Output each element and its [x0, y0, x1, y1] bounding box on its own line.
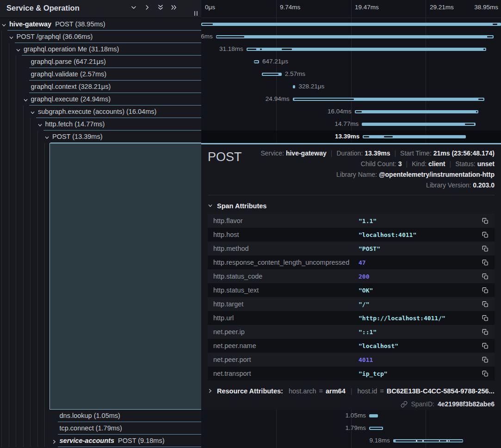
span-duration-label: 16.04ms: [328, 108, 352, 115]
span-duration-label: 1.79ms: [346, 424, 366, 432]
indent-guide: [37, 131, 38, 143]
indent-guide: [16, 422, 16, 435]
span-bar[interactable]: [363, 135, 466, 138]
copy-value-button[interactable]: [480, 285, 491, 296]
double-chevron-right-icon[interactable]: [171, 4, 177, 11]
service-name: service-accounts: [60, 437, 114, 444]
chevron-down-icon[interactable]: [30, 109, 36, 114]
copy-value-button[interactable]: [480, 271, 491, 282]
copy-value-button[interactable]: [480, 354, 491, 365]
meta-value: unset: [477, 160, 495, 168]
span-tree-cell[interactable]: graphql.parse (647.21μs): [0, 56, 201, 68]
copy-value-button[interactable]: [480, 299, 491, 310]
double-chevron-down-icon[interactable]: [157, 4, 164, 11]
span-detail-header: POST Service: hive-gateway|Duration: 13.…: [208, 148, 495, 191]
attribute-value: "ip_tcp": [359, 370, 480, 377]
column-resize-handle[interactable]: [193, 10, 198, 17]
span-tree-cell[interactable]: graphql.execute (24.94ms): [0, 93, 201, 106]
span-tree-cell[interactable]: graphql.validate (2.57ms): [0, 68, 201, 81]
child-span-mark: [282, 49, 292, 50]
meta-label: Duration:: [336, 149, 363, 157]
span-duration-label: 328.21μs: [298, 83, 324, 90]
span-row[interactable]: dns.lookup (1.05ms)1.05ms: [0, 410, 501, 422]
chevron-right-icon[interactable]: [144, 4, 150, 11]
copy-value-button[interactable]: [480, 215, 491, 226]
attribute-row: http.url"http://localhost:4011/": [208, 311, 495, 325]
span-tree-cell[interactable]: POST /graphql (36.06ms): [0, 31, 201, 43]
gap-mark: [422, 440, 424, 442]
span-row[interactable]: POST /graphql (36.06ms)36.06ms: [0, 31, 501, 43]
chevron-down-icon: [208, 203, 213, 209]
chevron-down-icon[interactable]: [16, 46, 21, 52]
span-bar[interactable]: [216, 35, 494, 38]
span-tree-cell[interactable]: dns.lookup (1.05ms): [0, 410, 201, 422]
span-row[interactable]: graphql.operation Me (31.18ms)31.18ms: [0, 43, 501, 56]
chevron-right-icon[interactable]: [52, 438, 57, 443]
resource-key: host.id: [358, 387, 377, 395]
indent-guide: [37, 422, 38, 435]
span-track: 36.06ms: [201, 31, 501, 43]
child-span-mark: [263, 74, 278, 75]
span-row[interactable]: subgraph.execute (accounts) (16.04ms)16.…: [0, 106, 501, 118]
copy-value-button[interactable]: [480, 257, 491, 268]
attribute-value: "::1": [359, 329, 480, 336]
span-attributes-section-header[interactable]: Span Attributes: [208, 202, 495, 210]
indent-guide: [44, 143, 45, 410]
span-bar[interactable]: [355, 110, 478, 113]
chevron-down-icon[interactable]: [130, 4, 137, 11]
child-span-mark: [260, 49, 262, 50]
copy-value-button[interactable]: [480, 368, 491, 379]
resource-attributes-row[interactable]: Resource Attributes: host.arch=arm64|hos…: [208, 387, 495, 395]
span-tree-cell[interactable]: POST (13.39ms): [0, 131, 201, 143]
attribute-key: http.status_text: [213, 286, 359, 294]
attribute-row: http.target"/": [208, 297, 495, 311]
span-bar[interactable]: [369, 414, 378, 417]
span-tree-cell[interactable]: http.fetch (14.77ms): [0, 118, 201, 131]
span-row[interactable]: tcp.connect (1.79ms)1.79ms: [0, 422, 501, 435]
link-icon[interactable]: [401, 401, 408, 408]
meta-label: Service:: [260, 149, 284, 157]
span-row[interactable]: graphql.validate (2.57ms)2.57ms: [0, 68, 501, 81]
indent-guide: [1, 81, 2, 93]
span-row[interactable]: service-accounts POST (9.18ms)9.18ms: [0, 435, 501, 447]
span-tree-cell[interactable]: subgraph.execute (accounts) (16.04ms): [0, 106, 201, 118]
chevron-down-icon[interactable]: [37, 121, 43, 127]
copy-value-button[interactable]: [480, 326, 491, 337]
attribute-value: "localhost:4011": [359, 231, 480, 238]
copy-value-button[interactable]: [480, 340, 491, 351]
span-bar[interactable]: [362, 123, 476, 126]
span-row[interactable]: graphql.execute (24.94ms)24.94ms: [0, 93, 501, 106]
span-row[interactable]: graphql.parse (647.21μs)647.21μs: [0, 56, 501, 68]
chevron-down-icon[interactable]: [1, 21, 7, 27]
indent-guide: [1, 106, 2, 118]
indent-guide: [37, 435, 38, 447]
span-track: 2.57ms: [201, 68, 501, 81]
indent-guide: [23, 131, 24, 143]
child-span-mark: [202, 24, 213, 25]
child-span-mark: [478, 99, 484, 100]
indent-guide: [37, 410, 38, 422]
attribute-key: http.response_content_length_uncompresse…: [213, 259, 359, 266]
span-tree-cell[interactable]: graphql.operation Me (31.18ms): [0, 43, 201, 56]
copy-value-button[interactable]: [480, 229, 491, 240]
chevron-down-icon[interactable]: [44, 134, 50, 139]
copy-value-button[interactable]: [480, 312, 491, 324]
span-tree-cell[interactable]: hive-gateway POST (38.95ms): [0, 18, 201, 31]
chevron-down-icon[interactable]: [23, 96, 29, 102]
span-bar[interactable]: [293, 85, 296, 88]
span-tree-cell[interactable]: tcp.connect (1.79ms): [0, 422, 201, 435]
copy-value-button[interactable]: [480, 243, 491, 254]
span-row[interactable]: POST (13.39ms)13.39ms: [0, 131, 501, 143]
indent-guide: [23, 410, 24, 422]
chevron-down-icon[interactable]: [9, 34, 14, 39]
span-row[interactable]: http.fetch (14.77ms)14.77ms: [0, 118, 501, 131]
meta-separator: |: [394, 149, 396, 157]
span-bar[interactable]: [201, 23, 501, 26]
span-tree-cell[interactable]: service-accounts POST (9.18ms): [0, 435, 201, 447]
span-row[interactable]: hive-gateway POST (38.95ms)38.95ms: [0, 18, 501, 31]
meta-value: hive-gateway: [286, 149, 327, 157]
indent-guide: [1, 422, 2, 435]
span-tree-cell[interactable]: graphql.context (328.21μs): [0, 81, 201, 93]
span-row[interactable]: graphql.context (328.21μs)328.21μs: [0, 81, 501, 93]
span-track: 328.21μs: [201, 81, 501, 93]
